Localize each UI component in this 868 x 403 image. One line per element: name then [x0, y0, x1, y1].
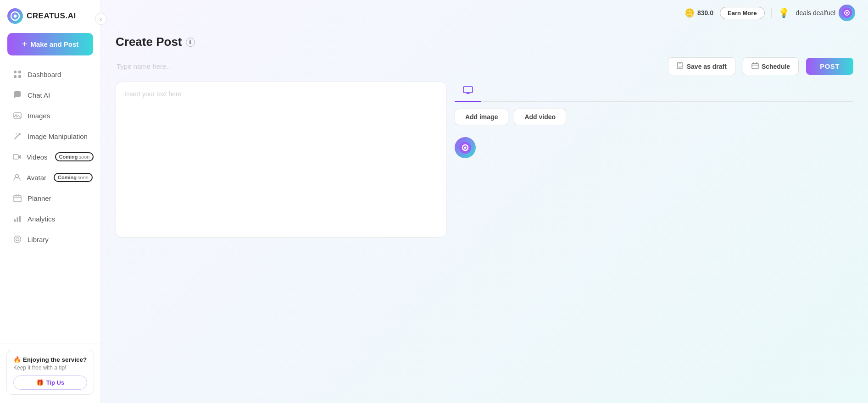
svg-point-9 [19, 133, 21, 135]
add-video-button[interactable]: Add video [514, 109, 566, 125]
save-icon [677, 62, 684, 71]
topbar: 🪙 830.0 Earn More 💡 deals dealfuel [101, 0, 868, 26]
post-name-input[interactable] [116, 60, 661, 73]
svg-point-17 [16, 238, 19, 241]
avatar [839, 5, 855, 21]
content-area: Create Post ℹ Save as draft Schedule POS… [101, 26, 868, 403]
sidebar: CREATUS.AI ‹ + Make and Post Dashboard C… [0, 0, 101, 403]
main-area: 🪙 830.0 Earn More 💡 deals dealfuel Creat… [101, 0, 868, 403]
nav-list: Dashboard Chat AI Images Image Manipulat… [0, 64, 100, 343]
preview-avatar-area [455, 133, 853, 162]
logo: CREATUS.AI [0, 0, 100, 28]
username-label: deals dealfuel [796, 9, 835, 17]
sidebar-item-videos[interactable]: Videos Coming soon [4, 147, 97, 167]
topbar-divider [771, 8, 772, 18]
svg-rect-22 [679, 62, 681, 64]
add-image-button[interactable]: Add image [455, 109, 509, 125]
sidebar-item-label: Images [28, 112, 50, 120]
svg-rect-15 [19, 216, 21, 222]
tip-us-button[interactable]: 🎁 Tip Us [13, 375, 87, 390]
sidebar-item-label: Chat AI [28, 91, 50, 99]
svg-point-29 [464, 147, 466, 149]
calendar-icon [13, 193, 22, 203]
grid-icon [13, 70, 22, 79]
enjoying-card: 🔥 Enjoying the service? Keep it free wit… [6, 350, 94, 395]
preview-tab-desktop[interactable] [455, 82, 481, 102]
calendar-sched-icon [751, 62, 759, 71]
chart-icon [13, 214, 22, 223]
image-icon [13, 111, 22, 120]
save-draft-button[interactable]: Save as draft [668, 57, 735, 75]
sidebar-item-label: Dashboard [28, 71, 61, 78]
notification-bell-icon[interactable]: 💡 [778, 7, 790, 18]
coming-soon-badge-videos: Coming soon [55, 152, 94, 161]
user-menu[interactable]: deals dealfuel [796, 5, 855, 21]
sidebar-item-label: Planner [28, 194, 51, 202]
sidebar-item-label: Analytics [28, 215, 55, 223]
chat-icon [13, 90, 22, 99]
enjoying-title: 🔥 Enjoying the service? [13, 356, 87, 363]
post-editor-row: Insert your text here Add image Add vide… [116, 82, 853, 392]
svg-point-16 [14, 236, 21, 243]
sidebar-item-planner[interactable]: Planner [4, 188, 97, 208]
sidebar-item-image-manipulation[interactable]: Image Manipulation [4, 126, 97, 146]
svg-point-20 [846, 12, 848, 14]
info-icon[interactable]: ℹ [186, 38, 195, 47]
sidebar-item-library[interactable]: Library [4, 229, 97, 249]
video-icon [13, 152, 21, 161]
svg-rect-3 [14, 71, 17, 73]
text-placeholder: Insert your text here [124, 90, 438, 98]
avatar-nav-icon [13, 173, 21, 182]
svg-rect-12 [14, 195, 21, 202]
svg-rect-13 [14, 219, 16, 222]
post-button[interactable]: POST [806, 58, 853, 75]
page-title: Create Post ℹ [116, 35, 853, 49]
library-icon [13, 235, 22, 244]
svg-rect-23 [679, 66, 682, 66]
svg-point-2 [14, 15, 17, 18]
svg-rect-25 [752, 63, 758, 69]
sidebar-bottom: 🔥 Enjoying the service? Keep it free wit… [0, 343, 100, 403]
make-post-button[interactable]: + Make and Post [7, 33, 93, 55]
sidebar-item-label: Library [28, 236, 49, 243]
preview-action-row: Add image Add video [455, 109, 853, 125]
svg-rect-24 [679, 67, 681, 68]
sidebar-item-label: Avatar [27, 174, 46, 182]
earn-more-button[interactable]: Earn More [720, 7, 765, 19]
enjoying-subtitle: Keep it free with a tip! [13, 364, 87, 371]
preview-avatar [455, 137, 476, 158]
svg-rect-4 [18, 71, 21, 73]
svg-rect-10 [13, 155, 18, 159]
credit-icon: 🪙 [684, 8, 695, 18]
tip-icon: 🎁 [36, 379, 44, 386]
svg-rect-26 [463, 87, 473, 93]
sidebar-item-dashboard[interactable]: Dashboard [4, 64, 97, 84]
plus-icon: + [22, 39, 28, 50]
sidebar-item-analytics[interactable]: Analytics [4, 209, 97, 229]
logo-text: CREATUS.AI [27, 11, 76, 21]
coming-soon-badge-avatar: Coming soon [54, 173, 93, 182]
preview-panel: Add image Add video [455, 82, 853, 392]
sidebar-item-label: Videos [27, 153, 48, 161]
svg-rect-14 [17, 217, 18, 222]
schedule-button[interactable]: Schedule [743, 57, 799, 75]
sidebar-item-chat-ai[interactable]: Chat AI [4, 85, 97, 105]
sidebar-item-avatar[interactable]: Avatar Coming soon [4, 167, 97, 188]
preview-tabs [455, 82, 853, 102]
svg-rect-6 [18, 75, 21, 78]
post-toolbar: Save as draft Schedule POST [116, 57, 853, 75]
sidebar-collapse-button[interactable]: ‹ [95, 13, 107, 25]
sidebar-item-label: Image Manipulation [28, 132, 88, 140]
wand-icon [13, 132, 22, 141]
text-editor[interactable]: Insert your text here [116, 82, 446, 237]
svg-rect-5 [14, 75, 17, 78]
sidebar-item-images[interactable]: Images [4, 105, 97, 126]
credit-value: 830.0 [697, 9, 713, 17]
credits-display: 🪙 830.0 [684, 8, 713, 18]
